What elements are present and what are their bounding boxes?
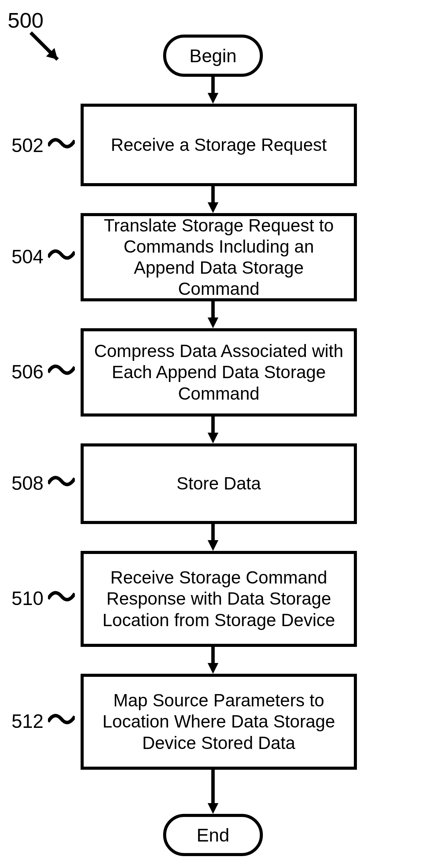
terminal-begin: Begin: [163, 35, 263, 77]
step-number-510: 510: [12, 587, 43, 610]
svg-marker-11: [208, 540, 218, 551]
step-text: Compress Data Associated with Each Appen…: [91, 341, 346, 404]
step-box-506: Compress Data Associated with Each Appen…: [81, 328, 357, 417]
figure-pointer-arrow: [27, 29, 69, 71]
connector: [205, 524, 221, 551]
svg-marker-9: [208, 433, 218, 443]
step-connector-tilde: [48, 249, 75, 260]
step-box-502: Receive a Storage Request: [81, 104, 357, 186]
step-number-508: 508: [12, 472, 43, 494]
step-connector-tilde: [48, 137, 75, 149]
step-box-508: Store Data: [81, 443, 357, 524]
step-number-512: 512: [12, 710, 43, 732]
step-connector-tilde: [48, 713, 75, 725]
svg-marker-3: [208, 93, 218, 104]
connector: [205, 186, 221, 213]
connector: [205, 647, 221, 674]
step-number-506: 506: [12, 361, 43, 383]
step-connector-tilde: [48, 590, 75, 602]
step-box-504: Translate Storage Request to Commands In…: [81, 213, 357, 301]
connector: [205, 770, 221, 814]
step-text: Receive a Storage Request: [111, 134, 327, 155]
svg-marker-7: [208, 317, 218, 328]
step-text: Map Source Parameters to Location Where …: [91, 690, 346, 754]
step-box-510: Receive Storage Command Response with Da…: [81, 551, 357, 647]
connector: [205, 417, 221, 443]
step-text: Receive Storage Command Response with Da…: [91, 567, 346, 631]
svg-marker-13: [208, 663, 218, 674]
flowchart-canvas: 500 Begin Receive a Storage Request 502 …: [0, 0, 426, 868]
svg-marker-5: [208, 202, 218, 213]
step-text: Store Data: [177, 473, 261, 494]
connector: [205, 77, 221, 104]
step-number-502: 502: [12, 134, 43, 157]
terminal-end: End: [163, 814, 263, 856]
svg-marker-15: [208, 803, 218, 814]
step-number-504: 504: [12, 246, 43, 268]
step-connector-tilde: [48, 364, 75, 375]
step-text: Translate Storage Request to Commands In…: [91, 215, 346, 300]
step-box-512: Map Source Parameters to Location Where …: [81, 674, 357, 770]
connector: [205, 301, 221, 328]
step-connector-tilde: [48, 475, 75, 487]
